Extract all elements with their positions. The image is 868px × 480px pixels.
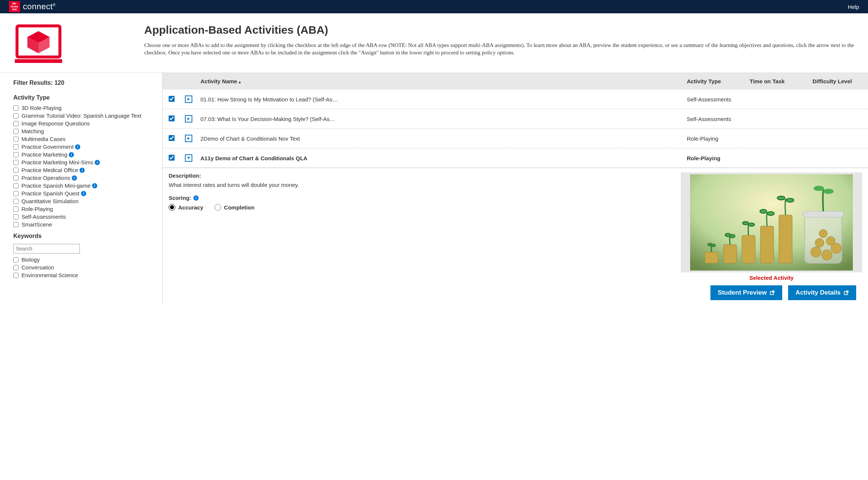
filter-checkbox[interactable] <box>13 257 18 262</box>
filter-checkbox[interactable] <box>13 168 18 173</box>
filter-item: Multimedia Cases <box>13 135 153 143</box>
filter-checkbox[interactable] <box>13 175 18 181</box>
filter-label[interactable]: Practice Marketing Mini-Simsi <box>21 159 100 165</box>
svg-rect-10 <box>705 252 718 263</box>
expand-button[interactable] <box>185 135 192 142</box>
filter-label[interactable]: Practice Spanish Mini-gamei <box>21 182 97 189</box>
filter-label[interactable]: Grammar Tutorial Video: Spanish Language… <box>21 113 141 119</box>
filter-checkbox[interactable] <box>13 265 18 270</box>
row-checkbox[interactable] <box>169 115 175 121</box>
activity-name[interactable]: 01.01: How Strong Is My Motivation to Le… <box>200 96 687 103</box>
page-description: Choose one or more ABAs to add to the as… <box>144 41 859 57</box>
aba-icon <box>15 24 62 65</box>
svg-rect-26 <box>803 211 844 217</box>
scoring-completion-radio[interactable] <box>215 204 221 211</box>
activity-details-button[interactable]: Activity Details <box>788 285 856 300</box>
info-icon[interactable]: i <box>92 183 97 188</box>
info-icon[interactable]: i <box>75 144 80 150</box>
activity-name[interactable]: 2Demo of Chart & Conditionals Nov Text <box>200 135 687 142</box>
filter-checkbox[interactable] <box>13 214 18 219</box>
filter-sidebar: Filter Results: 120 Activity Type 3D Rol… <box>0 73 163 305</box>
svg-marker-8 <box>187 157 190 159</box>
description-text: What interest rates and turns will doubl… <box>169 182 673 188</box>
svg-rect-11 <box>723 245 737 263</box>
filter-item: Practice Governmenti <box>13 143 153 151</box>
expand-button[interactable] <box>185 95 192 103</box>
svg-rect-14 <box>779 215 792 263</box>
filter-checkbox[interactable] <box>13 183 18 188</box>
external-link-icon <box>770 290 775 295</box>
student-preview-button[interactable]: Student Preview <box>710 285 782 300</box>
filter-label[interactable]: Biology <box>21 256 40 263</box>
activity-name[interactable]: 07.03: What Is Your Decision-Making Styl… <box>200 116 687 122</box>
info-icon[interactable]: i <box>95 160 100 165</box>
filter-checkbox[interactable] <box>13 207 18 212</box>
scoring-accuracy-label: Accuracy <box>178 204 203 211</box>
filter-label[interactable]: Conversation <box>21 264 54 271</box>
scoring-accuracy-option[interactable]: Accuracy <box>169 204 203 211</box>
filter-label[interactable]: Practice Governmenti <box>21 144 80 150</box>
keyword-search-input[interactable] <box>13 244 80 254</box>
filter-label[interactable]: Image Response Questions <box>21 120 90 127</box>
collapse-button[interactable] <box>185 154 192 162</box>
filter-item: SmartScene <box>13 221 153 228</box>
scoring-completion-option[interactable]: Completion <box>215 204 255 211</box>
filter-checkbox[interactable] <box>13 222 18 227</box>
info-icon[interactable]: i <box>80 168 85 173</box>
activity-detail-panel: Description: What interest rates and tur… <box>163 168 868 305</box>
filter-checkbox[interactable] <box>13 152 18 157</box>
filter-label[interactable]: Environmental Science <box>21 272 78 278</box>
topbar: Mc Graw Hill connect® Help <box>0 0 868 13</box>
filter-checkbox[interactable] <box>13 191 18 196</box>
filter-label[interactable]: 3D Role-Playing <box>21 105 61 111</box>
filter-label[interactable]: Practice Marketingi <box>21 151 74 158</box>
svg-marker-5 <box>188 98 190 101</box>
info-icon[interactable]: i <box>72 175 77 181</box>
chevron-right-icon <box>187 156 190 160</box>
svg-point-27 <box>811 247 821 257</box>
col-header-type[interactable]: Activity Type <box>687 78 750 84</box>
filter-checkbox[interactable] <box>13 129 18 134</box>
svg-point-19 <box>743 222 749 225</box>
filter-item: Biology <box>13 256 153 264</box>
filter-label[interactable]: Quantitative Simulation <box>21 198 78 204</box>
filter-checkbox[interactable] <box>13 121 18 126</box>
info-icon[interactable]: i <box>193 195 199 201</box>
svg-point-28 <box>822 250 832 260</box>
scoring-accuracy-radio[interactable] <box>169 204 175 211</box>
row-checkbox[interactable] <box>169 155 175 161</box>
info-icon[interactable]: i <box>81 191 86 196</box>
filter-label[interactable]: Practice Spanish Questi <box>21 190 86 197</box>
filter-section-keywords: Keywords <box>13 233 153 239</box>
col-header-time[interactable]: Time on Task <box>750 78 813 84</box>
filter-checkbox[interactable] <box>13 113 18 118</box>
expand-button[interactable] <box>185 115 192 122</box>
row-checkbox[interactable] <box>169 135 175 141</box>
filter-section-activity-type: Activity Type <box>13 94 153 101</box>
filter-checkbox[interactable] <box>13 160 18 165</box>
svg-point-32 <box>819 229 827 238</box>
filter-checkbox[interactable] <box>13 199 18 204</box>
help-link[interactable]: Help <box>848 4 859 10</box>
svg-point-18 <box>730 235 735 238</box>
brand-text: connect® <box>23 2 55 11</box>
col-header-name[interactable]: Activity Name▲ <box>200 78 687 84</box>
info-icon[interactable]: i <box>69 152 74 157</box>
filter-label[interactable]: Multimedia Cases <box>21 136 65 142</box>
filter-label[interactable]: Role-Playing <box>21 206 53 212</box>
activity-row: 2Demo of Chart & Conditionals Nov TextRo… <box>163 129 868 148</box>
filter-label[interactable]: Self-Assessments <box>21 214 66 220</box>
activity-name[interactable]: A11y Demo of Chart & Conditionals QLA <box>200 155 687 161</box>
filter-label[interactable]: Practice Medical Officei <box>21 167 85 173</box>
filter-item: Grammar Tutorial Video: Spanish Language… <box>13 112 153 120</box>
filter-label[interactable]: Practice Operationsi <box>21 175 77 181</box>
filter-checkbox[interactable] <box>13 137 18 142</box>
filter-label[interactable]: SmartScene <box>21 221 52 228</box>
filter-checkbox[interactable] <box>13 105 18 111</box>
filter-checkbox[interactable] <box>13 273 18 278</box>
col-header-difficulty[interactable]: Difficulty Level <box>813 78 868 84</box>
row-checkbox[interactable] <box>169 96 175 102</box>
filter-checkbox[interactable] <box>13 144 18 150</box>
filter-label[interactable]: Matching <box>21 128 44 134</box>
external-link-icon <box>844 290 849 295</box>
